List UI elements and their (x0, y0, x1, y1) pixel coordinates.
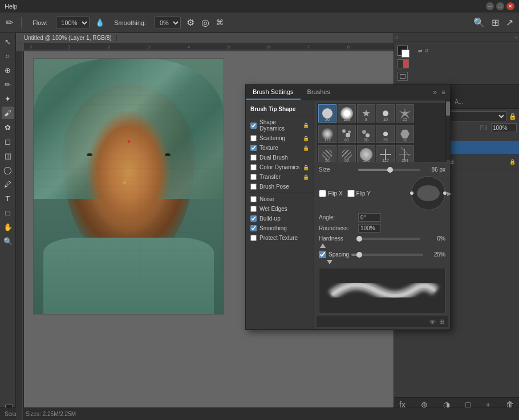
preset-item-100[interactable]: 100 (357, 145, 375, 162)
transfer-option[interactable]: Transfer 🔒 (246, 172, 314, 182)
angle-dot-left[interactable] (410, 191, 413, 195)
right-collapse-right[interactable]: « (514, 34, 518, 40)
preset-item-123[interactable]: 123 (338, 104, 356, 123)
preset-item-50b[interactable]: 50 (318, 145, 336, 162)
menu-icon[interactable]: ≡ (440, 87, 447, 97)
maximize-button[interactable]: □ (496, 2, 504, 10)
size-slider[interactable] (358, 169, 420, 171)
transfer-lock[interactable]: 🔒 (303, 174, 309, 180)
preset-item-25-splash[interactable]: 25 (396, 104, 414, 123)
crop-tool[interactable]: ⊕ (2, 64, 14, 76)
texture-option[interactable]: Texture 🔒 (246, 143, 314, 153)
view-icon[interactable]: ⊞ (490, 16, 500, 29)
transfer-checkbox[interactable] (250, 174, 257, 180)
preview-capture-icon[interactable]: ⊞ (439, 318, 444, 325)
quick-mask-icon[interactable] (398, 59, 409, 68)
fill-input[interactable] (491, 123, 517, 132)
preset-item-25b[interactable]: 25 (376, 125, 395, 143)
angle-diagram[interactable]: ▶ (411, 176, 445, 210)
gradient-tool[interactable]: ◫ (2, 149, 14, 162)
preset-item-112[interactable]: 112 (318, 125, 336, 143)
angle-dot-right[interactable] (443, 191, 447, 195)
roundness-input[interactable] (358, 224, 381, 233)
noise-option[interactable]: Noise (246, 194, 314, 204)
preset-item-60b[interactable]: 60 (338, 145, 356, 162)
flip-x-checkbox[interactable] (319, 190, 326, 197)
pen-tool[interactable]: 🖊 (2, 178, 14, 190)
angle-input[interactable] (358, 213, 381, 222)
wet-edges-option[interactable]: Wet Edges (246, 204, 314, 214)
hand-tool[interactable]: ✋ (2, 221, 14, 233)
scattering-lock[interactable]: 🔒 (303, 136, 309, 141)
preset-item-60-scatter[interactable]: 60 (338, 125, 356, 143)
protect-texture-option[interactable]: Protect Texture (246, 233, 314, 243)
brush-tool-icon[interactable]: ✏ (5, 16, 14, 29)
adjustments-tab[interactable]: A... (451, 96, 467, 108)
texture-checkbox[interactable] (250, 145, 257, 151)
close-button[interactable]: ✕ (506, 2, 514, 10)
spacing-slider[interactable] (351, 254, 423, 256)
brushes-tab[interactable]: Brushes (301, 85, 337, 100)
hardness-slider[interactable] (358, 238, 420, 240)
airbrush-icon[interactable]: 💧 (94, 17, 106, 28)
search-icon[interactable]: 🔍 (472, 16, 486, 29)
wet-edges-checkbox[interactable] (250, 206, 257, 212)
color-dynamics-lock[interactable]: 🔒 (303, 165, 309, 170)
brush-tool[interactable]: 🖌 (2, 107, 14, 119)
target-icon[interactable]: ◎ (200, 16, 210, 29)
swap-colors-icon[interactable]: ⇄ (418, 48, 423, 54)
smoothing-checkbox[interactable] (250, 225, 257, 231)
preview-eye-icon[interactable]: 👁 (429, 319, 436, 325)
heal-tool[interactable]: ✦ (2, 92, 14, 105)
presets-scrollbar-thumb[interactable] (446, 101, 450, 116)
expand-icon[interactable]: » (432, 87, 438, 97)
preset-item-50[interactable]: 50 (357, 125, 375, 143)
lasso-tool[interactable]: ○ (2, 50, 14, 62)
preset-item-127[interactable]: 127 (376, 145, 395, 162)
color-dynamics-option[interactable]: Color Dynamics 🔒 (246, 162, 314, 172)
screen-mode-icon[interactable] (398, 72, 408, 81)
noise-checkbox[interactable] (250, 196, 257, 202)
eraser-tool[interactable]: ◻ (2, 135, 14, 148)
scattering-option[interactable]: Scattering 🔒 (246, 133, 314, 143)
shape-dynamics-lock[interactable]: 🔒 (303, 123, 309, 128)
brush-settings-tab[interactable]: Brush Settings (246, 85, 301, 100)
dual-brush-checkbox[interactable] (250, 154, 257, 161)
scattering-checkbox[interactable] (250, 135, 257, 141)
buildup-option[interactable]: Build-up (246, 214, 314, 223)
color-dynamics-checkbox[interactable] (250, 164, 257, 170)
preset-item-10[interactable]: 10 (376, 104, 395, 123)
eyedropper-tool[interactable]: ✏ (2, 78, 14, 91)
move-tool[interactable]: ↖ (2, 35, 14, 48)
flip-y-checkbox[interactable] (347, 190, 355, 197)
preset-item-30[interactable]: 30 (318, 104, 336, 123)
stamp-tool[interactable]: ✿ (2, 121, 14, 133)
preset-item-284[interactable]: 284 (396, 145, 414, 162)
spacing-slider-thumb[interactable] (356, 252, 362, 258)
buildup-checkbox[interactable] (250, 215, 257, 222)
protect-texture-checkbox[interactable] (250, 235, 257, 241)
document-tab[interactable]: Untitled @ 100% (Layer 1, RGB/8) (19, 35, 117, 41)
preset-item-8[interactable]: 8 (357, 104, 375, 123)
smoothing-select[interactable]: 0% (155, 17, 181, 29)
zoom-tool[interactable]: 🔍 (2, 235, 14, 247)
brushes-section-header[interactable]: Brush Tip Shape (246, 104, 314, 115)
dodge-tool[interactable]: ◯ (2, 164, 14, 176)
dual-brush-option[interactable]: Dual Brush (246, 153, 314, 162)
preset-item-30b[interactable]: 30 (396, 125, 414, 143)
brush-pose-checkbox[interactable] (250, 184, 257, 190)
flip-x-control[interactable]: Flip X (319, 190, 343, 197)
flip-y-control[interactable]: Flip Y (347, 190, 371, 197)
shape-dynamics-option[interactable]: Shape Dynamics 🔒 (246, 117, 314, 133)
shape-dynamics-checkbox[interactable] (250, 123, 257, 129)
right-collapse-left[interactable]: « (395, 34, 399, 40)
smoothing-option[interactable]: Smoothing (246, 223, 314, 233)
share-icon[interactable]: ↗ (505, 16, 514, 29)
type-tool[interactable]: T (2, 192, 14, 205)
symmetry-icon[interactable]: ⌘ (215, 17, 225, 28)
minimize-button[interactable]: ─ (486, 2, 494, 10)
presets-scrollbar[interactable] (445, 100, 450, 160)
foreground-swatch[interactable] (398, 46, 408, 56)
settings-icon[interactable]: ⚙ (185, 16, 196, 29)
flow-select[interactable]: 100% (56, 17, 90, 29)
